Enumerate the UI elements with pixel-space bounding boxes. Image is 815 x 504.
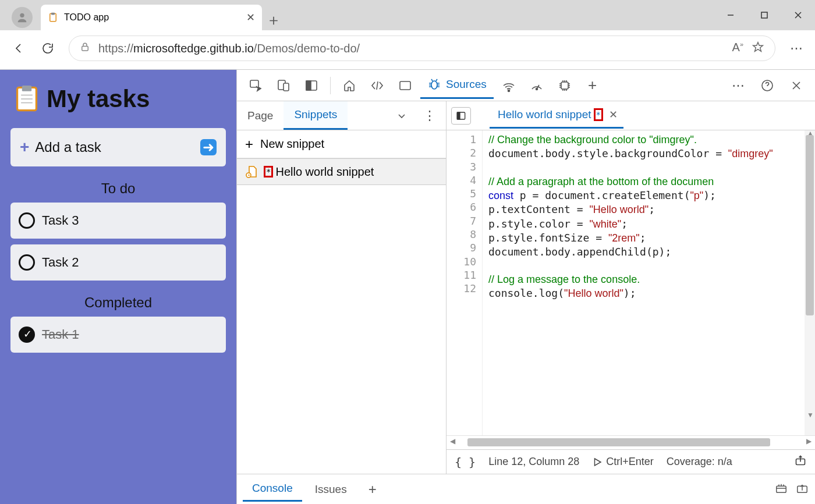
welcome-tab[interactable]: [336, 74, 362, 97]
page-title: My tasks: [15, 85, 226, 113]
dirty-marker: *: [594, 108, 603, 121]
svg-point-20: [508, 90, 509, 91]
svg-rect-17: [306, 81, 311, 90]
read-aloud-icon[interactable]: A»: [732, 41, 743, 56]
checkbox-icon[interactable]: [19, 212, 35, 229]
elements-tab[interactable]: [364, 74, 390, 97]
task-label: Task 1: [42, 327, 79, 342]
favorite-icon[interactable]: [752, 41, 764, 56]
section-completed: Completed: [10, 294, 226, 311]
new-snippet-button[interactable]: + New snippet: [237, 130, 446, 158]
submit-icon[interactable]: ➜: [200, 139, 217, 155]
memory-tab[interactable]: [552, 74, 577, 97]
editor-tab[interactable]: Hello world snippet* ✕: [490, 103, 623, 129]
whats-new-icon[interactable]: [774, 482, 788, 497]
inspect-element-button[interactable]: [243, 74, 268, 97]
plus-icon: +: [20, 138, 29, 157]
devtools: Sources + ⋯ Page Snippets ⋮: [236, 70, 815, 504]
plus-icon: +: [245, 136, 253, 152]
todo-app: My tasks + Add a task ➜ To do Task 3Task…: [0, 70, 236, 504]
checkbox-icon[interactable]: [19, 254, 35, 271]
snippet-name: Hello world snippet: [275, 165, 374, 179]
task-label: Task 3: [42, 213, 79, 228]
address-bar[interactable]: https://microsoftedge.github.io/Demos/de…: [69, 36, 775, 61]
line-gutter: 123456789101112: [447, 130, 483, 435]
close-tab-icon[interactable]: ✕: [246, 11, 255, 24]
task-item[interactable]: Task 2: [10, 244, 226, 281]
lock-icon: [80, 42, 90, 55]
svg-rect-18: [400, 81, 410, 90]
toggle-navigator-button[interactable]: [451, 107, 471, 125]
svg-rect-7: [82, 46, 88, 51]
tab-title: TODO app: [64, 12, 109, 23]
performance-tab[interactable]: [524, 74, 550, 97]
svg-rect-15: [284, 83, 289, 91]
close-editor-tab[interactable]: ✕: [609, 108, 618, 121]
checkbox-checked-icon[interactable]: [19, 326, 35, 343]
navigator-menu[interactable]: ⋮: [417, 104, 442, 127]
svg-rect-9: [22, 86, 31, 91]
drawer-console-tab[interactable]: Console: [243, 477, 302, 502]
window-maximize[interactable]: [747, 0, 781, 30]
sources-tab[interactable]: Sources: [420, 72, 494, 99]
svg-rect-22: [561, 82, 568, 89]
dock-side-button[interactable]: [299, 74, 324, 97]
cursor-position: Line 12, Column 28: [488, 456, 579, 468]
drawer-add-tab[interactable]: +: [360, 478, 385, 501]
svg-point-21: [536, 88, 537, 90]
clipboard-icon: [48, 12, 58, 23]
url-text: https://microsoftedge.github.io/Demos/de…: [98, 42, 360, 55]
task-item-done[interactable]: Task 1: [10, 317, 226, 353]
window-minimize[interactable]: [714, 0, 747, 30]
vertical-scrollbar[interactable]: ▲ ▼: [805, 130, 815, 435]
back-button[interactable]: [10, 40, 27, 56]
svg-rect-4: [761, 12, 767, 18]
add-task-label: Add a task: [35, 139, 101, 155]
console-tab[interactable]: [392, 74, 418, 97]
svg-point-19: [431, 81, 437, 89]
task-item[interactable]: Task 3: [10, 203, 226, 239]
device-emulation-button[interactable]: [271, 74, 296, 97]
svg-rect-13: [250, 80, 258, 87]
page-tab[interactable]: Page: [237, 101, 284, 130]
navigator-overflow[interactable]: [389, 104, 414, 127]
run-snippet-button[interactable]: Ctrl+Enter: [592, 456, 654, 468]
add-task-button[interactable]: + Add a task ➜: [10, 128, 226, 166]
devtools-more[interactable]: ⋯: [725, 74, 751, 97]
svg-rect-26: [457, 112, 460, 119]
navigator-pane: Page Snippets ⋮ + New snippet *Hello wor…: [237, 101, 447, 474]
devtools-close[interactable]: [784, 74, 809, 97]
snippet-file-icon: [245, 165, 259, 179]
new-tab-button[interactable]: ＋: [262, 10, 285, 30]
svg-point-0: [20, 13, 24, 17]
code-editor[interactable]: // Change the background color to "dimgr…: [483, 130, 815, 435]
drawer-expand-icon[interactable]: [795, 482, 809, 497]
play-icon: [592, 457, 603, 467]
clipboard-icon: [15, 86, 38, 112]
svg-rect-2: [51, 13, 55, 15]
upload-icon[interactable]: [794, 455, 807, 469]
svg-rect-28: [777, 486, 786, 492]
drawer: Console Issues +: [237, 474, 815, 504]
task-label: Task 2: [42, 255, 79, 270]
bug-icon: [427, 77, 441, 91]
network-tab[interactable]: [496, 74, 522, 97]
coverage-status: Coverage: n/a: [667, 456, 732, 468]
more-tabs-button[interactable]: +: [580, 74, 605, 97]
browser-tab[interactable]: TODO app ✕: [41, 5, 262, 30]
help-button[interactable]: [754, 74, 780, 97]
horizontal-scrollbar[interactable]: ◀ ▶: [447, 435, 815, 449]
profile-avatar[interactable]: [12, 7, 33, 28]
snippet-row[interactable]: *Hello world snippet: [237, 158, 446, 185]
section-todo: To do: [10, 180, 226, 197]
browser-menu[interactable]: ⋯: [788, 40, 805, 56]
dirty-marker: *: [264, 166, 273, 178]
snippets-tab[interactable]: Snippets: [284, 101, 348, 130]
drawer-issues-tab[interactable]: Issues: [306, 477, 356, 502]
window-close[interactable]: [781, 0, 815, 30]
editor-statusbar: { } Line 12, Column 28 Ctrl+Enter Covera…: [447, 449, 815, 474]
editor-pane: Hello world snippet* ✕ 123456789101112 /…: [447, 101, 815, 474]
pretty-print-button[interactable]: { }: [455, 455, 476, 469]
refresh-button[interactable]: [40, 40, 56, 56]
